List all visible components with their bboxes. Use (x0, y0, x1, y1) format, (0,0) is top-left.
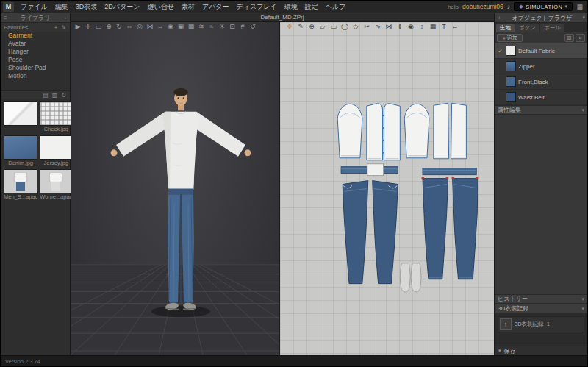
menu-2d-pattern[interactable]: 2Dパターン (101, 1, 143, 13)
box-select-icon[interactable]: ▭ (95, 23, 102, 30)
mens-garment-thumbnail[interactable] (4, 169, 37, 193)
simulate-icon[interactable]: ▶ (74, 23, 82, 30)
favorites-add-icon[interactable]: + (54, 24, 59, 31)
delete-fabric-icon[interactable]: × (576, 34, 585, 42)
polygon-icon[interactable]: ▱ (319, 23, 326, 30)
library-menu-icon[interactable]: ≡ (3, 15, 8, 21)
measure-2d-icon[interactable]: ↔ (451, 23, 459, 30)
viewport-2d[interactable]: ✥ ✎ ⊕ ▱ ▭ ◯ ◇ ✂ ∿ ⋈ ≬ ◉ ↕ ▦ T (279, 22, 494, 355)
property-editor-header[interactable]: 属性編集 ▾ (495, 105, 587, 115)
garment-display-icon[interactable]: ▣ (177, 23, 184, 30)
audio-icon[interactable]: ♪ (507, 3, 511, 10)
list-view-icon[interactable]: ▥ (51, 92, 59, 99)
library-panel: ≡ ライブラリ + Favorites + ✎ Garment Avatar H… (1, 13, 71, 355)
library-add-icon[interactable]: + (62, 15, 68, 21)
grid-view-icon[interactable]: ▤ (42, 92, 49, 99)
document-tab[interactable]: Default_MD.ZPrj (260, 14, 304, 21)
version-label: Version 2.3.74 (5, 358, 40, 365)
fabric-swatch (506, 76, 516, 87)
scale-icon[interactable]: ⇔ (126, 23, 133, 30)
library-item[interactable]: Men_S...apac (4, 169, 37, 201)
library-item[interactable]: Check.jpg (40, 101, 72, 133)
library-item[interactable] (4, 101, 37, 133)
select-move-icon[interactable]: ✛ (85, 23, 92, 30)
library-item[interactable]: Wome...apac (40, 169, 72, 201)
avatar-display-icon[interactable]: ◉ (167, 23, 174, 30)
segment-sewing-icon[interactable]: ≬ (396, 23, 404, 30)
denim-texture-thumbnail[interactable] (4, 135, 37, 160)
womens-garment-thumbnail[interactable] (40, 169, 72, 193)
username-label[interactable]: dobunezumi06 (462, 3, 503, 10)
fabric-item-zipper[interactable]: Zipper (495, 59, 587, 74)
circle-icon[interactable]: ◯ (341, 23, 348, 30)
favorites-label: Favorites (4, 24, 28, 31)
help-link[interactable]: help (448, 4, 459, 10)
fabric-display-icon[interactable]: ▦ (187, 23, 195, 30)
menu-help[interactable]: ヘルプ (322, 1, 350, 13)
sewing-3d-icon[interactable]: ⋈ (146, 23, 154, 30)
garment-record-header[interactable]: 3D衣装記録 ▾ (495, 304, 587, 313)
seam-allowance-icon[interactable]: ∿ (374, 23, 381, 30)
favorites-edit-icon[interactable]: ✎ (60, 24, 67, 31)
menu-sewing[interactable]: 縫い合せ (144, 1, 178, 13)
tab-buttonhole[interactable]: ホール (540, 24, 564, 32)
sidebar-item-hanger[interactable]: Hanger (1, 48, 70, 56)
menu-file[interactable]: ファイル (17, 1, 51, 13)
refresh-icon[interactable]: ↻ (60, 92, 67, 99)
add-point-icon[interactable]: ⊕ (308, 23, 315, 30)
sidebar-item-pose[interactable]: Pose (1, 56, 70, 64)
sidebar-item-motion[interactable]: Motion (1, 72, 70, 80)
fabric-thumbnail[interactable] (4, 101, 37, 126)
menu-edit[interactable]: 編集 (51, 1, 72, 13)
library-item[interactable]: Jersey.jpg (40, 135, 72, 167)
free-sewing-icon[interactable]: ⋈ (385, 23, 392, 30)
sidebar-item-garment[interactable]: Garment (1, 32, 70, 40)
dart-icon[interactable]: ◇ (352, 23, 359, 30)
add-fabric-button[interactable]: ＋追加 (497, 34, 523, 42)
library-item[interactable]: Denim.jpg (4, 135, 37, 167)
notch-icon[interactable]: ✂ (363, 23, 370, 30)
pressure-icon[interactable]: ≋ (198, 23, 205, 30)
fabric-item-default[interactable]: ✓ Default Fabric (495, 43, 587, 59)
pin-icon[interactable]: ◎ (136, 23, 143, 30)
record-item[interactable]: ↑ 3D衣装記録_1 (498, 316, 584, 332)
light-icon[interactable]: ☀ (218, 23, 226, 30)
history-header[interactable]: ヒストリー ▾ (495, 294, 587, 304)
menu-3d-garment[interactable]: 3D衣装 (72, 1, 101, 13)
layout-icon[interactable]: ▦ (576, 3, 584, 10)
check-texture-thumbnail[interactable] (40, 101, 72, 126)
menu-material[interactable]: 素材 (178, 1, 198, 13)
wind-icon[interactable]: ≈ (208, 23, 215, 30)
menu-display[interactable]: ディスプレイ (233, 1, 281, 13)
tab-fabric[interactable]: 生地 (496, 24, 514, 32)
sidebar-item-avatar[interactable]: Avatar (1, 40, 70, 48)
rotate-icon[interactable]: ↻ (115, 23, 123, 30)
grid-icon[interactable]: # (239, 23, 246, 30)
menu-avatar[interactable]: アバター (198, 1, 233, 13)
add-object-icon[interactable]: + (497, 15, 502, 21)
viewport-3d[interactable]: ▶ ✛ ▭ ⊕ ↻ ⇔ ◎ ⋈ ↔ ◉ ▣ ▦ ≋ ≈ ☀ (71, 22, 279, 355)
menu-settings[interactable]: 設定 (301, 1, 322, 13)
menu-environment[interactable]: 環境 (281, 1, 301, 13)
copy-fabric-icon[interactable]: ⊞ (564, 34, 574, 42)
transform-pattern-icon[interactable]: ✥ (286, 23, 293, 30)
jersey-texture-thumbnail[interactable] (40, 135, 72, 160)
camera-icon[interactable]: ⊡ (229, 23, 236, 30)
texture-2d-icon[interactable]: ▦ (429, 23, 437, 30)
save-row[interactable]: ▾ 保存 (495, 346, 587, 355)
fabric-item-waist-belt[interactable]: Waist Belt (495, 90, 587, 105)
tab-button[interactable]: ボタン (515, 24, 539, 32)
annotation-icon[interactable]: T (440, 23, 448, 30)
save-label: 保存 (504, 347, 516, 355)
chevron-down-icon[interactable]: ▾ (582, 15, 585, 21)
simulation-button[interactable]: ◆ SIMULATION ▾ (514, 2, 573, 11)
rectangle-icon[interactable]: ▭ (330, 23, 337, 30)
pin-2d-icon[interactable]: ◉ (407, 23, 415, 30)
measure-3d-icon[interactable]: ↔ (157, 23, 164, 30)
fabric-item-front-black[interactable]: Front,Black (495, 74, 587, 90)
move-gizmo-icon[interactable]: ⊕ (105, 23, 112, 30)
grainline-icon[interactable]: ↕ (418, 23, 426, 30)
reset-view-icon[interactable]: ↺ (249, 23, 257, 30)
edit-pattern-icon[interactable]: ✎ (297, 23, 304, 30)
sidebar-item-shoulder-pad[interactable]: Shoulder Pad (1, 64, 70, 72)
